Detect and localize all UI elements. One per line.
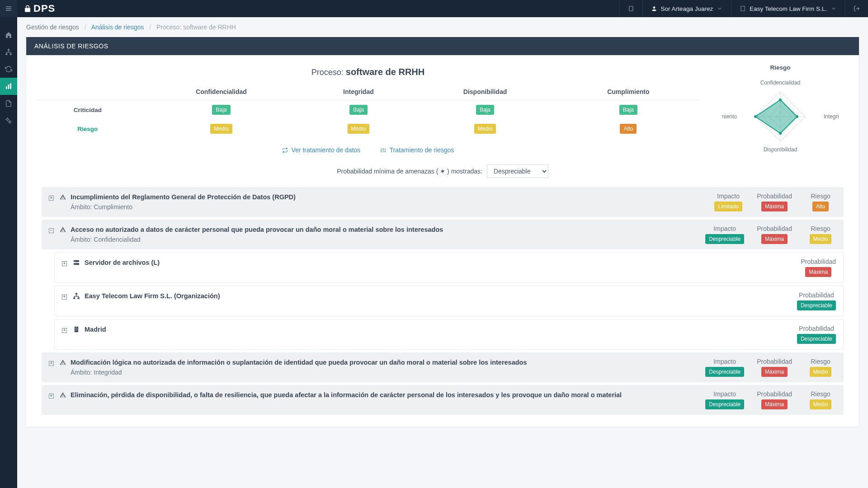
sidebar-item-document[interactable] [0,95,17,112]
sidebar-item-settings[interactable] [0,112,17,129]
badge: Medio [810,399,832,409]
sidebar-item-hierarchy[interactable] [0,43,17,61]
sitemap-icon [73,292,80,300]
topbar-action-1[interactable] [619,0,642,17]
svg-rect-65 [77,329,77,329]
expand-button[interactable]: + [49,194,55,200]
row-label-criticidad: Criticidad [37,100,138,120]
metric-impacto: ImpactoDespreciable [705,390,744,409]
building-icon [73,326,80,333]
expand-button[interactable]: − [49,226,55,233]
app-logo[interactable]: DPS [24,3,55,14]
metric-impacto: ImpactoDespreciable [705,225,744,244]
breadcrumb-link[interactable]: Análisis de riesgos [91,23,144,31]
home-icon [5,31,12,38]
svg-point-42 [754,115,757,118]
badge: Baja [349,105,368,115]
svg-rect-61 [75,327,78,332]
file-icon [5,100,12,107]
expand-button[interactable]: + [62,293,68,299]
probability-select[interactable]: Despreciable [487,164,548,178]
warning-icon [60,392,66,398]
sidebar [0,17,17,488]
main-content: Gestión de riesgos / Análisis de riesgos… [17,17,868,488]
risk-summary-table: Confidencialidad Integridad Disponibilid… [37,84,699,138]
threat-title: Eliminación, pérdida de disponibilidad, … [71,390,701,399]
svg-line-46 [441,170,442,171]
server-icon [73,259,80,266]
svg-rect-55 [73,297,75,299]
threat-row: −Acceso no autorizado a datos de carácte… [42,220,844,249]
threat-row: +Eliminación, pérdida de disponibilidad,… [42,385,844,415]
badge: Alto [812,202,829,211]
metric-riesgo: RiesgoMedio [805,225,836,244]
badge: Máxima [805,267,831,277]
user-menu[interactable]: Sor Arteaga Juarez [642,0,731,17]
threat-scope: Ámbito: Integridad [71,369,701,376]
sliders-icon [380,147,386,153]
threat-title: Acceso no autorizado a datos de carácter… [71,225,701,234]
radar-axis-left: Cumplimiento [722,113,737,120]
metric-impacto: ImpactoDespreciable [705,358,744,377]
link-treatment-data[interactable]: Ver tratamiento de datos [282,146,362,154]
sitemap-icon [5,48,12,56]
svg-point-52 [75,261,75,261]
svg-rect-64 [75,329,76,329]
metric-riesgo: RiesgoAlto [805,192,836,211]
svg-point-43 [442,170,444,173]
logout-button[interactable] [845,0,868,17]
expand-button[interactable]: + [49,392,55,398]
expand-button[interactable]: + [49,359,55,366]
topbar: DPS Sor Arteaga Juarez Easy Telecom Law … [0,0,868,17]
badge: Máxima [761,399,788,409]
svg-rect-19 [8,84,9,89]
metric-riesgo: RiesgoMedio [805,358,836,377]
svg-point-4 [653,6,655,9]
metric-probabilidad: ProbabilidadMáxima [757,358,792,377]
col-integridad: Integridad [304,84,412,100]
svg-line-47 [444,170,445,171]
expand-button[interactable]: + [62,326,68,333]
metric-probabilidad: ProbabilidadDespreciable [797,291,836,310]
svg-rect-13 [10,53,12,55]
probability-filter: Probabilidad mínima de amenazas ( ) most… [37,164,848,178]
radar-svg: Confidencialidad Integridad Disponibilid… [722,74,839,155]
badge: Medio [810,234,832,244]
badge: Medio [474,124,496,134]
chart-bar-icon [5,83,12,90]
sidebar-item-recycle[interactable] [0,61,17,78]
threats-list: +Incumplimiento del Reglamento General d… [42,187,844,415]
badge: Baja [476,105,494,115]
metric-probabilidad: ProbabilidadMáxima [757,390,792,409]
badge: Despreciable [705,399,744,409]
org-menu[interactable]: Easy Telecom Law Firm S.L. [731,0,845,17]
risk-panel: ANÁLISIS DE RIESGOS Proceso: software de… [26,37,859,427]
row-label-riesgo[interactable]: Riesgo [37,119,138,138]
svg-rect-67 [77,330,77,330]
sidebar-item-home[interactable] [0,26,17,43]
org-name: Easy Telecom Law Firm S.L. [750,5,827,12]
svg-rect-56 [78,297,80,299]
svg-rect-54 [75,293,77,294]
badge: Despreciable [705,367,744,377]
sidebar-item-analytics[interactable] [0,78,17,95]
radar-axis-bottom: Disponibilidad [764,146,797,153]
badge: Medio [348,124,370,134]
metric-impacto: ImpactoLimitado [712,192,744,211]
badge: Máxima [761,234,788,244]
link-treatment-risk[interactable]: Tratamiento de riesgos [380,146,454,154]
svg-rect-62 [75,328,76,328]
metric-probabilidad: ProbabilidadMáxima [757,192,792,211]
col-cumplimiento: Cumplimiento [558,84,699,100]
child-title: Easy Telecom Law Firm S.L. (Organización… [85,291,793,300]
breadcrumb: Gestión de riesgos / Análisis de riesgos… [17,17,868,37]
badge: Limitado [714,202,742,211]
svg-rect-12 [5,53,7,55]
badge: Baja [619,105,637,115]
refresh-icon [282,147,288,153]
threat-child-row: +MadridProbabilidadDespreciable [54,319,844,350]
badge: Medio [210,124,232,134]
badge: Alto [620,124,637,134]
menu-toggle-button[interactable] [0,0,17,17]
expand-button[interactable]: + [62,259,68,266]
